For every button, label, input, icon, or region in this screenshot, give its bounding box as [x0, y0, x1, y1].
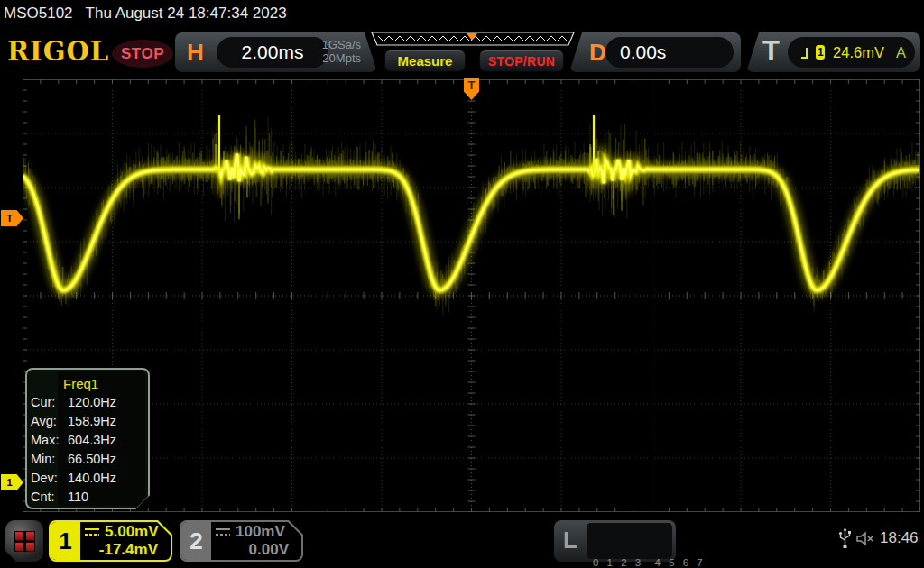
- menu-grid-button[interactable]: [5, 520, 43, 562]
- trigger-slope-icon: [800, 45, 808, 60]
- waveform-overview-strip[interactable]: [370, 32, 576, 47]
- logic-analyzer-block[interactable]: L 0 1 2 3 4 5 6 7 8 9 1011 12131415: [554, 520, 676, 562]
- channel1-block[interactable]: 1 5.00mV -17.4mV: [49, 520, 172, 562]
- graticule-and-trace: [23, 79, 920, 512]
- channel2-block[interactable]: 2 100mV 0.00V: [180, 520, 303, 562]
- channel1-ground-marker[interactable]: 1: [1, 474, 23, 490]
- measurement-row: Max:604.3Hz: [27, 433, 148, 452]
- horizontal-label: H: [187, 39, 204, 67]
- status-bar: MSO5102Thu August 24 18:47:34 2023: [4, 5, 300, 23]
- channel2-scale: 100mV: [236, 523, 285, 541]
- measurement-panel: Freq1 Cur:120.0Hz Avg:158.9Hz Max:604.3H…: [25, 368, 150, 509]
- trigger-block[interactable]: T 1 24.6mV A: [746, 32, 920, 72]
- measurement-row: Cur:120.0Hz: [27, 395, 148, 414]
- trigger-info: 1 24.6mV A: [788, 37, 915, 68]
- stop-run-button[interactable]: STOP/RUN: [479, 50, 564, 72]
- usb-icon: [838, 527, 852, 549]
- speaker-muted-icon: [855, 531, 877, 546]
- trigger-source-badge: 1: [816, 45, 825, 60]
- measurement-row: Dev:140.0Hz: [27, 471, 148, 490]
- logic-channel-numbers: 0 1 2 3 4 5 6 7 8 9 1011 12131415: [587, 523, 672, 559]
- logic-analyzer-label: L: [563, 527, 578, 554]
- channel2-offset: 0.00V: [249, 541, 289, 559]
- measurement-row: Avg:158.9Hz: [27, 414, 148, 433]
- sample-rate: 1GSa/s: [322, 39, 361, 52]
- delay-block[interactable]: D 0.00s: [569, 32, 741, 72]
- channel1-offset: -17.4mV: [99, 541, 158, 559]
- measurement-row: Min:66.50Hz: [27, 452, 148, 471]
- measurement-title: Freq1: [63, 376, 148, 395]
- delay-label: D: [589, 39, 606, 67]
- run-state-badge: STOP: [112, 40, 173, 68]
- trigger-level-value: 24.6mV: [833, 44, 884, 61]
- datetime: Thu August 24 18:47:34 2023: [86, 5, 287, 22]
- dc-coupling-icon: [216, 527, 231, 536]
- timebase-value: 2.00ms: [217, 37, 328, 68]
- channel1-scale: 5.00mV: [105, 523, 159, 541]
- dc-coupling-icon: [85, 527, 100, 536]
- acquisition-info: 1GSa/s 20Mpts: [322, 39, 361, 66]
- trigger-mode: A: [896, 44, 906, 61]
- delay-value: 0.00s: [605, 37, 734, 68]
- measurement-row: Cnt:110: [27, 490, 148, 508]
- trigger-level-marker[interactable]: T: [1, 210, 23, 226]
- measure-button[interactable]: Measure: [384, 50, 466, 72]
- trigger-label: T: [762, 35, 780, 68]
- rigol-logo: RIGOL: [7, 36, 109, 67]
- menu-grid-icon: [14, 531, 35, 552]
- channel2-number: 2: [181, 522, 211, 560]
- channel1-number: 1: [51, 522, 80, 560]
- model-name: MSO5102: [4, 5, 73, 22]
- clock: 18:46: [880, 529, 919, 547]
- horizontal-block[interactable]: H 2.00ms 1GSa/s 20Mpts: [175, 32, 377, 72]
- memory-depth: 20Mpts: [322, 52, 361, 66]
- waveform-display[interactable]: [23, 79, 920, 512]
